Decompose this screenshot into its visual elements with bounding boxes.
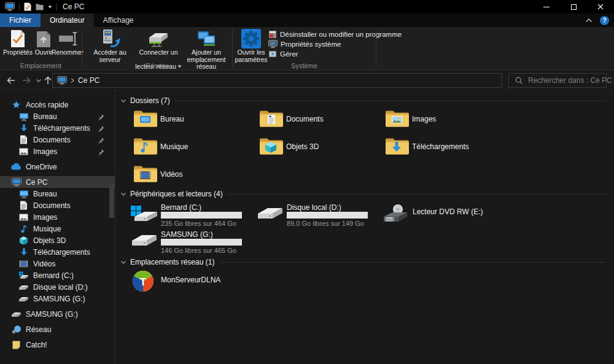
downloads-icon [18,123,29,133]
qat-customize-caret-icon[interactable] [48,6,52,9]
section-header-peripheriques[interactable]: Périphériques et lecteurs (4) [120,188,605,199]
maximize-button[interactable] [560,0,587,14]
sidebar-item-bureau[interactable]: Bureau [0,188,115,199]
proprietes-systeme-button[interactable]: Propriétés système [268,39,341,48]
sidebar-item-label: Documents [33,201,71,210]
folder-images-icon [385,108,410,128]
sidebar-scrollbar-thumb[interactable] [109,184,114,218]
sidebar-item-images[interactable]: Images [0,211,115,223]
minimize-button[interactable] [533,0,560,14]
sidebar-item-label: Téléchargements [33,248,90,257]
sidebar-item-documents[interactable]: Documents [0,199,115,211]
sidebar-item-images[interactable]: Images [0,145,115,157]
sidebar-item-label: SAMSUNG (G:) [26,310,78,319]
sidebar-item-label: Bureau [33,190,57,198]
folder-tile-label: Bureau [160,115,184,123]
sidebar-item-samsung-g[interactable]: SAMSUNG (G:) [0,308,115,320]
close-button[interactable] [587,0,614,14]
folder-tile-musique[interactable]: Musique [126,134,249,161]
sticky-note-icon [11,340,21,350]
folder-tile-images[interactable]: Images [378,106,500,133]
network-tile-monserveurdlna[interactable]: TMonServeurDLNA [126,268,249,295]
videos-icon [18,259,29,269]
folder-tile-documents[interactable]: Documents [252,106,375,133]
forward-button[interactable] [21,76,31,85]
qat-new-folder-icon[interactable] [36,3,44,10]
sidebar-item-label: Bernard (C:) [33,271,74,280]
drive-tile-bernard-c[interactable]: Bernard (C:)235 Go libres sur 464 Go [126,199,249,227]
gerer-button[interactable]: Gérer [268,49,298,58]
sidebar-item-musique[interactable]: Musique [0,223,115,234]
folder-tile-label: Vidéos [160,170,182,179]
sidebar-item-bureau[interactable]: Bureau [0,110,115,122]
window-title: Ce PC [63,2,84,11]
sidebar-item-bernard-c[interactable]: Bernard (C:) [0,269,115,281]
sidebar-item-videos[interactable]: Vidéos [0,258,115,269]
drive-tile-disque-local-d[interactable]: Disque local (D:)89.0 Go libres sur 149 … [252,199,375,227]
folder-desktop-icon [133,108,158,128]
separator [376,29,376,68]
ribbon-tabs: Fichier Ordinateur Affichage [0,14,614,27]
sidebar-item-telechargements[interactable]: Téléchargements [0,246,115,258]
sidebar-item-reseau[interactable]: Réseau [0,323,115,335]
folder-tile-bureau[interactable]: Bureau [126,106,249,133]
back-button[interactable] [6,76,16,85]
sidebar-item-label: OneDrive [26,163,57,171]
section-header-dossiers[interactable]: Dossiers (7) [120,95,605,106]
pin-icon [95,124,106,134]
folder-videos-icon [133,163,158,184]
tab-affichage[interactable]: Affichage [94,14,143,27]
sidebar-item-disque-local-d[interactable]: Disque local (D:) [0,281,115,293]
collapse-chevron-icon[interactable] [120,260,126,265]
sidebar-item-samsung-g[interactable]: SAMSUNG (G:) [0,293,115,304]
quick-access-star-icon [11,100,21,110]
search-box[interactable] [508,73,607,88]
recent-locations-caret-icon[interactable] [36,78,42,83]
drive-tile-samsung-g[interactable]: SAMSUNG (G:)146 Go libres sur 465 Go [126,227,249,254]
collapse-chevron-icon[interactable] [120,192,126,196]
sidebar-item-label: Téléchargements [33,124,90,133]
sidebar-item-label: Disque local (D:) [33,283,88,292]
folder-tile-objets-3d[interactable]: Objets 3D [252,134,375,161]
desinstaller-programme-button[interactable]: Désinstaller ou modifier un programme [268,29,402,39]
ribbon: Propriétés Ouvrir Renommer Emplacement A… [0,27,614,71]
drive-usage-bar [161,212,242,219]
qat-properties-icon[interactable] [24,2,31,11]
folder-tile-videos[interactable]: Vidéos [126,161,249,188]
tab-ordinateur[interactable]: Ordinateur [41,14,94,27]
help-button[interactable]: ? [600,16,609,25]
ouvrir-les-parametres-button[interactable]: Ouvrir les paramètres [235,28,267,63]
sidebar-item-ce-pc[interactable]: Ce PC [0,176,115,188]
document-icon [18,201,29,211]
sidebar-item-onedrive[interactable]: OneDrive [0,161,115,172]
sidebar-item-acces-rapide[interactable]: Accès rapide [0,99,115,110]
file-list-pane: Dossiers (7) BureauDocumentsImagesMusiqu… [116,90,614,364]
tab-fichier[interactable]: Fichier [0,14,41,27]
drive-tile-lecteur-dvd-rw-e[interactable]: DVDLecteur DVD RW (E:) [378,199,500,227]
section-header-emplacements-reseau[interactable]: Emplacements réseau (1) [120,257,605,268]
sidebar-item-label: Bureau [33,112,57,121]
group-label: Réseau [82,62,232,69]
proprietes-button[interactable]: Propriétés [2,28,33,56]
breadcrumb-chevron-icon[interactable] [70,77,75,83]
address-bar[interactable]: Ce PC [52,73,502,88]
search-input[interactable] [523,76,614,85]
sidebar-item-objets-3d[interactable]: Objets 3D [0,234,115,246]
button-label: Ouvrir [35,49,53,56]
renommer-button[interactable]: Renommer [54,28,81,56]
drive-tile-label: Disque local (D:) [287,203,341,212]
up-button[interactable] [43,76,53,85]
svg-text:DVD: DVD [387,218,393,221]
sidebar-item-label: Vidéos [33,260,55,268]
connecter-lecteur-reseau-button[interactable]: Connecter un lecteur réseau [135,28,182,77]
collapse-chevron-icon[interactable] [120,98,126,103]
navigation-bar: Ce PC [0,71,614,90]
ouvrir-button[interactable]: Ouvrir [33,28,54,56]
ribbon-collapse-icon[interactable] [585,18,593,23]
breadcrumb-location[interactable]: Ce PC [78,76,99,85]
folder-tile-telechargements[interactable]: Téléchargements [378,134,500,161]
sidebar-item-telechargements[interactable]: Téléchargements [0,122,115,134]
group-label: Système [233,62,376,69]
sidebar-item-catch[interactable]: Catch! [0,339,115,350]
sidebar-item-documents[interactable]: Documents [0,134,115,145]
